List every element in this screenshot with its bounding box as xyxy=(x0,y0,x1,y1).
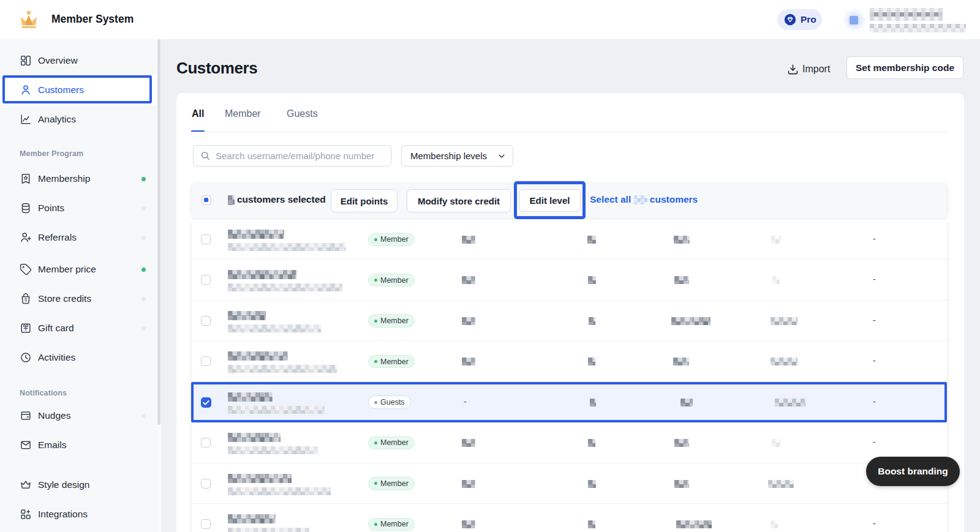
svg-text:$: $ xyxy=(24,297,28,302)
